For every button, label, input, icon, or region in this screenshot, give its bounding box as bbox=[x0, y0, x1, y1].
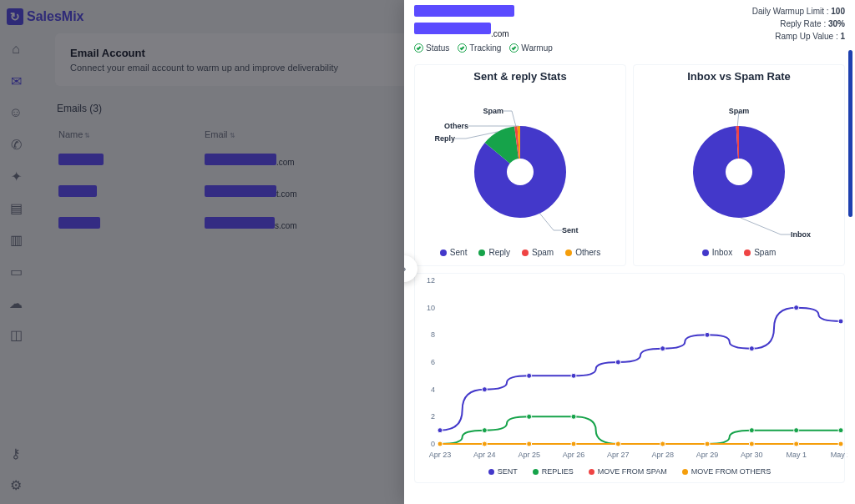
svg-text:Apr 30: Apr 30 bbox=[741, 451, 763, 459]
svg-point-64 bbox=[838, 441, 843, 446]
svg-point-55 bbox=[438, 441, 443, 446]
svg-point-7 bbox=[726, 159, 752, 185]
svg-text:12: 12 bbox=[427, 277, 435, 285]
svg-point-34 bbox=[838, 319, 843, 324]
svg-point-38 bbox=[571, 414, 576, 419]
svg-text:Apr 28: Apr 28 bbox=[651, 451, 674, 459]
svg-point-63 bbox=[794, 441, 799, 446]
svg-point-57 bbox=[527, 441, 532, 446]
svg-text:Apr 23: Apr 23 bbox=[429, 451, 452, 459]
chart-inbox-spam: Inbox vs Spam Rate InboxSpam InboxSpam bbox=[633, 64, 845, 266]
svg-text:10: 10 bbox=[427, 304, 435, 312]
svg-point-44 bbox=[838, 428, 843, 433]
svg-text:Spam: Spam bbox=[483, 107, 503, 115]
svg-point-26 bbox=[482, 387, 487, 392]
svg-text:6: 6 bbox=[431, 358, 435, 366]
svg-text:Sent: Sent bbox=[562, 226, 579, 234]
svg-text:2: 2 bbox=[431, 412, 435, 421]
svg-text:4: 4 bbox=[431, 386, 435, 394]
donut-svg: InboxSpam bbox=[639, 84, 839, 243]
svg-text:Apr 26: Apr 26 bbox=[563, 451, 585, 459]
panel-scrollbar[interactable] bbox=[848, 50, 852, 217]
svg-point-30 bbox=[660, 346, 665, 351]
svg-point-62 bbox=[749, 441, 754, 446]
svg-text:Spam: Spam bbox=[729, 107, 750, 115]
account-email-redacted bbox=[414, 23, 491, 34]
chart-sent-reply: Sent & reply Stats SentReplySpamOthers S… bbox=[414, 64, 626, 266]
donut-svg: SentReplySpamOthers bbox=[420, 84, 620, 243]
svg-text:Apr 27: Apr 27 bbox=[607, 451, 630, 459]
chart-legend: SENTREPLIESMOVE FROM SPAMMOVE FROM OTHER… bbox=[417, 467, 842, 476]
svg-text:Reply: Reply bbox=[434, 134, 455, 143]
svg-point-25 bbox=[438, 428, 443, 433]
svg-point-43 bbox=[794, 428, 799, 433]
svg-point-31 bbox=[705, 332, 710, 337]
chart-title: Inbox vs Spam Rate bbox=[637, 70, 841, 83]
status-chip-status: Status bbox=[414, 43, 449, 53]
account-name bbox=[414, 5, 514, 17]
svg-point-29 bbox=[615, 360, 620, 365]
svg-point-33 bbox=[794, 305, 799, 310]
svg-text:Apr 25: Apr 25 bbox=[518, 451, 540, 459]
svg-point-59 bbox=[615, 441, 620, 446]
account-block: .com Status Tracking Warmup bbox=[414, 5, 553, 53]
status-chip-tracking: Tracking bbox=[458, 43, 501, 53]
svg-text:Others: Others bbox=[444, 122, 468, 130]
svg-point-36 bbox=[482, 428, 487, 433]
svg-text:May 2: May 2 bbox=[831, 451, 847, 459]
svg-point-58 bbox=[571, 441, 576, 446]
chart-legend: InboxSpam bbox=[637, 248, 841, 257]
svg-text:May 1: May 1 bbox=[786, 451, 807, 459]
svg-text:0: 0 bbox=[431, 440, 435, 448]
chart-legend: SentReplySpamOthers bbox=[418, 248, 622, 257]
line-svg: 024681012Apr 23Apr 24Apr 25Apr 26Apr 27A… bbox=[417, 277, 847, 462]
svg-text:Apr 24: Apr 24 bbox=[473, 451, 496, 459]
svg-point-37 bbox=[527, 414, 532, 419]
detail-panel: › .com Status Tracking Warmup Daily Warm… bbox=[404, 0, 855, 504]
svg-text:Apr 29: Apr 29 bbox=[696, 451, 719, 459]
svg-point-28 bbox=[571, 373, 576, 378]
svg-point-32 bbox=[749, 346, 754, 351]
svg-point-56 bbox=[482, 441, 487, 446]
account-metrics: Daily Warmup Limit : 100 Reply Rate : 30… bbox=[752, 5, 845, 43]
svg-point-27 bbox=[527, 373, 532, 378]
svg-text:Inbox: Inbox bbox=[791, 230, 811, 239]
svg-text:8: 8 bbox=[431, 330, 435, 339]
svg-point-60 bbox=[660, 441, 665, 446]
status-chip-warmup: Warmup bbox=[509, 43, 552, 53]
svg-point-4 bbox=[507, 159, 534, 185]
svg-point-42 bbox=[749, 428, 754, 433]
chart-title: Sent & reply Stats bbox=[418, 70, 622, 83]
chart-timeline: 024681012Apr 23Apr 24Apr 25Apr 26Apr 27A… bbox=[414, 273, 845, 483]
svg-point-61 bbox=[705, 441, 710, 446]
